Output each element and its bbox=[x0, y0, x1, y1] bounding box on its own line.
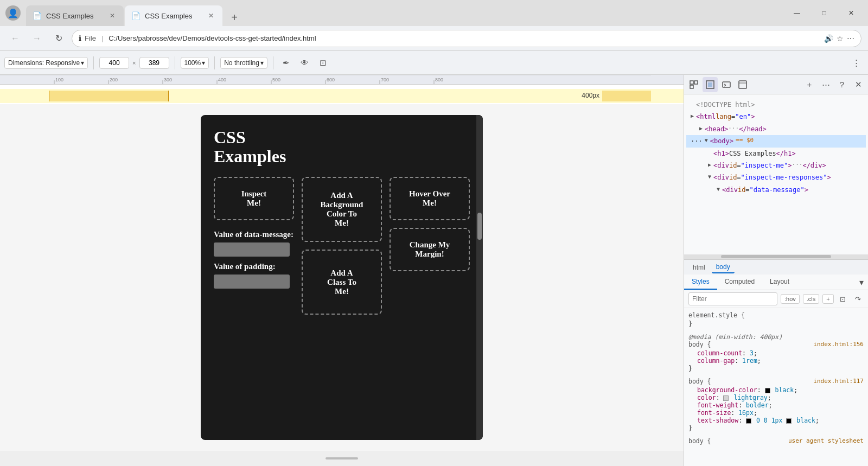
tree-id2-val: "inspect-me-responses" bbox=[741, 172, 827, 183]
page-bottom-bar bbox=[0, 451, 684, 466]
svg-text:700: 700 bbox=[381, 77, 389, 82]
tab-body[interactable]: body bbox=[712, 261, 735, 273]
new-tab-button[interactable]: + bbox=[226, 9, 243, 26]
tree-id3-attr: id bbox=[738, 184, 745, 195]
file-label: File bbox=[85, 34, 96, 42]
tab-title-2: CSS Examples bbox=[145, 12, 202, 20]
zoom-dropdown[interactable]: 100% ▾ bbox=[181, 57, 209, 69]
minimize-button[interactable]: — bbox=[784, 4, 809, 22]
pipe-separator: | bbox=[101, 34, 103, 42]
layout-panel-icon[interactable] bbox=[735, 77, 750, 92]
address-bar: ← → ↻ ℹ File | C:/Users/pabrosse/dev/Dem… bbox=[0, 26, 868, 51]
height-input[interactable]: 389 bbox=[139, 57, 169, 69]
svg-rect-19 bbox=[690, 85, 693, 88]
throttle-dropdown[interactable]: No throttling ▾ bbox=[220, 57, 267, 69]
tab-close-1[interactable]: ✕ bbox=[107, 11, 117, 21]
close-devtools-icon[interactable]: ✕ bbox=[851, 77, 866, 92]
color-swatch-lightgray[interactable] bbox=[723, 395, 729, 401]
inspect-me-box[interactable]: InspectMe! bbox=[214, 177, 294, 220]
maximize-button[interactable]: □ bbox=[812, 4, 837, 22]
add-class-label: Add AClass ToMe! bbox=[327, 269, 356, 296]
elements-panel-icon[interactable] bbox=[686, 77, 701, 92]
more-panels-icon[interactable]: ⋯ bbox=[818, 77, 833, 92]
more-options-icon[interactable]: ⋮ bbox=[848, 55, 864, 71]
tree-body-text: <body> bbox=[710, 136, 733, 146]
menu-icon[interactable]: ⋯ bbox=[847, 34, 854, 43]
color-swatch-shadow[interactable] bbox=[746, 418, 751, 424]
hover-over-box[interactable]: Hover OverMe! bbox=[390, 177, 470, 220]
tree-data-message[interactable]: ▼ <div id="data-message"> bbox=[686, 184, 866, 196]
tree-doctype[interactable]: <!DOCTYPE html> bbox=[686, 99, 866, 111]
tree-id2-attr: id bbox=[729, 172, 737, 183]
filter-input[interactable] bbox=[688, 292, 777, 305]
devtools-toolbar: Dimensions: Responsive ▾ 400 × 389 100% … bbox=[0, 51, 868, 75]
new-rule-icon[interactable]: ⊡ bbox=[837, 293, 849, 305]
reload-button[interactable]: ↻ bbox=[50, 30, 67, 47]
tree-body[interactable]: ··· ▼ <body> == $0 bbox=[686, 135, 866, 147]
window-controls: — □ ✕ bbox=[784, 4, 864, 22]
yellow-segment-1 bbox=[49, 91, 168, 101]
cls-button[interactable]: .cls bbox=[803, 294, 820, 304]
tree-head-ellipsis: ··· bbox=[728, 124, 739, 134]
tree-h1[interactable]: <h1>CSS Examples</h1> bbox=[686, 148, 866, 159]
dimensions-dropdown[interactable]: Dimensions: Responsive ▾ bbox=[4, 57, 88, 69]
yellow-marker-2 bbox=[168, 91, 169, 101]
data-values-section: Value of data-message: Value of padding: bbox=[214, 230, 294, 294]
tree-scrollbar[interactable] bbox=[684, 254, 868, 259]
close-button[interactable]: ✕ bbox=[839, 4, 864, 22]
device-icon[interactable]: ⊡ bbox=[316, 55, 331, 71]
read-aloud-icon[interactable]: 🔊 bbox=[824, 34, 833, 43]
tree-scrollbar-thumb bbox=[721, 255, 831, 258]
address-box[interactable]: ℹ File | C:/Users/pabrosse/dev/Demos/dev… bbox=[72, 30, 861, 47]
change-margin-box[interactable]: Change MyMargin! bbox=[390, 228, 470, 271]
selector-text: element.style { bbox=[688, 311, 745, 319]
console-panel-icon[interactable] bbox=[719, 77, 734, 92]
tree-inspect-me-responses[interactable]: ▼ <div id="inspect-me-responses"> bbox=[686, 171, 866, 183]
accessibility-icon[interactable]: 👁 bbox=[297, 55, 312, 71]
hov-button[interactable]: :hov bbox=[781, 294, 800, 304]
tab-layout[interactable]: Layout bbox=[762, 275, 797, 290]
src-link-media[interactable]: index.html:156 bbox=[813, 341, 864, 348]
back-button[interactable]: ← bbox=[7, 30, 24, 47]
px-label: 400px bbox=[582, 92, 599, 99]
forward-button[interactable]: → bbox=[28, 30, 46, 47]
star-icon[interactable]: ☆ bbox=[837, 34, 844, 43]
tab-styles[interactable]: Styles bbox=[684, 275, 717, 290]
padding-input bbox=[214, 275, 290, 289]
eyedropper-icon[interactable]: ✒ bbox=[279, 55, 294, 71]
tree-lang-attr: lang bbox=[716, 111, 731, 122]
profile-area[interactable]: 👤 bbox=[4, 4, 22, 22]
tree-html[interactable]: ▶ <html lang="en"> bbox=[686, 111, 866, 123]
ruler-area: 100 200 300 400 500 600 70 bbox=[0, 75, 684, 104]
tab-2[interactable]: 📄 CSS Examples ✕ bbox=[125, 5, 222, 26]
svg-text:800: 800 bbox=[435, 77, 443, 82]
add-background-color-box[interactable]: Add ABackgroundColor ToMe! bbox=[302, 177, 382, 242]
color-swatch-black[interactable] bbox=[765, 388, 770, 393]
src-link-117[interactable]: index.html:117 bbox=[813, 378, 864, 385]
scrollbar[interactable] bbox=[476, 115, 483, 440]
styles-panel-dropdown[interactable]: ▾ bbox=[857, 275, 866, 290]
tab-html[interactable]: html bbox=[688, 262, 710, 273]
tree-h1-text: <h1> bbox=[713, 148, 729, 159]
css-val: bolder bbox=[746, 401, 769, 409]
add-rule-button[interactable]: + bbox=[822, 294, 833, 304]
resize-handle[interactable] bbox=[326, 457, 358, 459]
css-block-user-agent: body { user agent stylesheet bbox=[688, 437, 864, 445]
tree-head[interactable]: ▶ <head> ··· </head> bbox=[686, 123, 866, 135]
add-panel-icon[interactable]: + bbox=[802, 77, 817, 92]
tab-close-2[interactable]: ✕ bbox=[206, 11, 216, 21]
tree-inspect-me[interactable]: ▶ <div id="inspect-me"> ··· </div> bbox=[686, 159, 866, 171]
refresh-icon[interactable]: ↷ bbox=[852, 293, 864, 305]
add-class-box[interactable]: Add AClass ToMe! bbox=[302, 250, 382, 315]
inspector-panel-icon[interactable] bbox=[703, 77, 718, 92]
color-swatch-shadow2[interactable] bbox=[786, 418, 792, 424]
tree-div-text: <div bbox=[713, 160, 729, 171]
tab-computed[interactable]: Computed bbox=[717, 275, 762, 290]
throttle-label: No throttling bbox=[224, 59, 259, 67]
help-icon[interactable]: ? bbox=[834, 77, 850, 92]
demo-grid: InspectMe! Value of data-message: Value … bbox=[214, 177, 470, 315]
width-input[interactable]: 400 bbox=[99, 57, 129, 69]
css-close-brace-117: } bbox=[688, 424, 864, 432]
selector-body-117-text: body { bbox=[688, 378, 711, 385]
tab-1[interactable]: 📄 CSS Examples ✕ bbox=[26, 5, 124, 26]
